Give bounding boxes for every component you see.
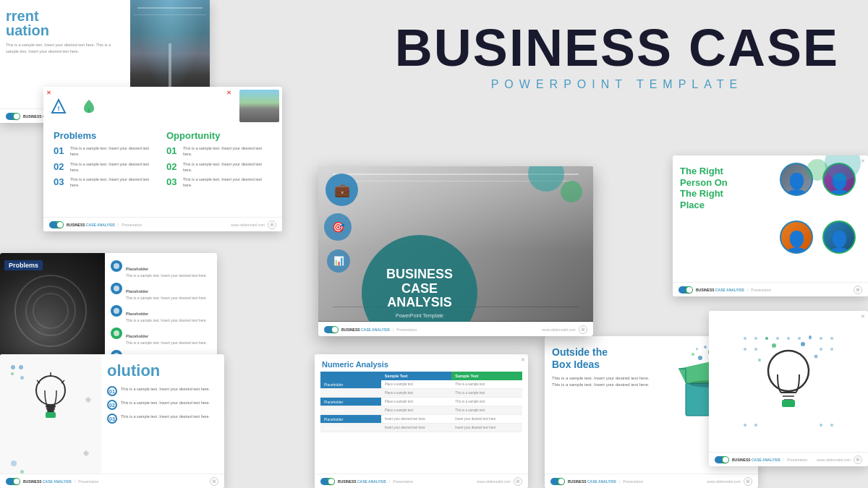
svg-point-16 <box>692 353 694 356</box>
svg-point-38 <box>830 424 833 427</box>
main-slide-subtitle: PowerPoint Template <box>396 313 443 318</box>
slide-solution: olution 01 This is a sample text. Insert… <box>0 354 224 488</box>
svg-point-23 <box>754 337 757 340</box>
numeric-footer: BUSINESS CASE ANALYSIS | Presentation ww… <box>315 474 528 488</box>
numeric-table: Sample Text Sample Text Placeholder Plac… <box>320 372 522 432</box>
opp-text3: This is a sample text. Insert your desir… <box>183 176 272 189</box>
person-title-area: The Right Person On The Right Place <box>673 155 774 282</box>
opp-num1: 01 <box>166 145 179 156</box>
zoom-numeric[interactable]: ⊕ <box>514 477 522 486</box>
maze-bullet-3 <box>111 305 122 317</box>
sol-num-1: 01 <box>107 386 117 396</box>
svg-point-46 <box>801 342 805 346</box>
svg-point-22 <box>744 337 746 340</box>
float-icon-2: 🎯 <box>324 213 352 241</box>
svg-point-47 <box>758 359 761 361</box>
deco-circle-green <box>561 181 582 202</box>
toggle-icon-1 <box>6 113 20 120</box>
zoom-main[interactable]: ⊕ <box>579 325 587 334</box>
main-title-area: BUSINESS CASE POWERPOINT TEMPLATE <box>395 22 839 91</box>
float-icon-1: 💼 <box>326 174 358 206</box>
box-body: This is a sample text. Insert your desir… <box>552 375 657 389</box>
col-header-2: Sample Text <box>381 372 452 380</box>
svg-rect-4 <box>46 405 56 408</box>
row-label-1: Placeholder <box>320 380 381 389</box>
table-row: Placeholder Place a sample text This is … <box>320 398 522 406</box>
row-val-5b: Insert your desired text here <box>451 415 522 424</box>
svg-point-26 <box>787 337 790 340</box>
sol-num-3: 03 <box>107 414 117 424</box>
table-row: Placeholder Place a sample text This is … <box>320 389 522 398</box>
prob-num2: 02 <box>54 161 67 172</box>
current-body: This is a sample text. Insert your desir… <box>6 42 124 55</box>
x-numeric: ✕ <box>521 357 525 363</box>
avatar-4: 👤 <box>822 221 856 254</box>
sol-text-3: This is a sample text. Insert your desir… <box>121 414 210 419</box>
prob-text3: This is a sample text. Insert your desir… <box>70 176 159 189</box>
svg-point-32 <box>754 348 757 351</box>
main-slide-title: BUSINESSCASEANALYSIS <box>386 267 453 310</box>
solution-items: olution 01 This is a sample text. Insert… <box>101 354 224 474</box>
box-title: Outside the Box Ideas <box>552 346 657 371</box>
table-row: Placeholder Place a sample text This is … <box>320 406 522 415</box>
svg-point-50 <box>809 335 812 338</box>
svg-point-25 <box>776 337 779 340</box>
table-row: Placeholder Insert your desired text her… <box>320 415 522 424</box>
lightbulb-svg <box>25 369 76 434</box>
zoom-2[interactable]: ⊕ <box>268 221 276 229</box>
x-mark-right: ✕ <box>226 90 231 96</box>
svg-point-45 <box>772 343 776 348</box>
table-row: Placeholder Insert your desired text her… <box>320 424 522 432</box>
row-label-2: Placeholder <box>320 389 381 398</box>
svg-text:✦: ✦ <box>695 347 699 351</box>
slide-main-center: 💼 🎯 📊 BUSINESSCASEANALYSIS PowerPoint Te… <box>318 166 593 336</box>
problems-footer: BUSINESS CASE ANALYSIS | Presentation ww… <box>43 217 282 231</box>
slide-problems-opportunity: ✕ ✕ ! Problems 01 This is a sample text.… <box>43 87 282 231</box>
prob-text2: This is a sample text. Insert your desir… <box>70 161 159 174</box>
row-val-6a: Insert your desired text here <box>381 424 452 432</box>
zoom-person[interactable]: ⊕ <box>854 286 862 294</box>
svg-rect-5 <box>46 408 55 410</box>
x-mark-left: ✕ <box>46 90 51 96</box>
current-title-cyan: rrent <box>6 9 124 23</box>
svg-point-37 <box>820 424 822 427</box>
solution-title: olution <box>107 361 218 380</box>
slide-numeric: ✕ Numeric Analysis Sample Text Sample Te… <box>315 354 528 488</box>
person-title: The Right Person On The Right Place <box>680 166 767 210</box>
row-label-6: Placeholder <box>320 424 381 432</box>
svg-point-33 <box>820 348 822 351</box>
zoom-4[interactable]: ⊕ <box>210 477 218 486</box>
maze-bullet-1 <box>111 260 122 272</box>
svg-point-30 <box>830 337 833 340</box>
svg-point-27 <box>798 337 801 340</box>
row-val-3a: Place a sample text <box>381 398 452 406</box>
svg-rect-44 <box>782 400 795 407</box>
svg-point-13 <box>698 356 702 360</box>
ideas-svg <box>738 331 839 432</box>
toggle-2 <box>49 221 64 228</box>
maze-bullet-2 <box>111 283 122 294</box>
row-val-4a: Place a sample text <box>381 406 452 415</box>
main-bg: 💼 🎯 📊 BUSINESSCASEANALYSIS PowerPoint Te… <box>318 166 593 336</box>
svg-point-18 <box>704 346 707 348</box>
svg-point-3 <box>36 376 65 405</box>
opp-num2: 02 <box>166 161 179 172</box>
deco-green-circle <box>807 159 828 181</box>
toggle-ideas <box>715 456 729 463</box>
float-icon-3: 📊 <box>327 249 350 273</box>
svg-point-31 <box>744 348 746 351</box>
opp-text1: This is a sample text. Insert your desir… <box>183 145 272 158</box>
row-label-3: Placeholder <box>320 398 381 406</box>
zoom-box[interactable]: ⊕ <box>744 477 752 486</box>
row-label-5: Placeholder <box>320 415 381 424</box>
toggle-numeric <box>320 478 335 485</box>
numeric-header: Numeric Analysis <box>315 354 528 372</box>
ideas-content <box>709 311 868 452</box>
row-val-4b: This is a sample text <box>451 406 522 415</box>
svg-rect-6 <box>47 410 54 412</box>
zoom-ideas[interactable]: ⊕ <box>854 455 862 464</box>
table-row: Placeholder Place a sample text This is … <box>320 380 522 389</box>
problems-content: Problems 01 This is a sample text. Inser… <box>43 123 282 200</box>
maze-item-1: Placeholder <box>126 267 148 271</box>
sol-text-2: This is a sample text. Insert your desir… <box>121 400 210 406</box>
